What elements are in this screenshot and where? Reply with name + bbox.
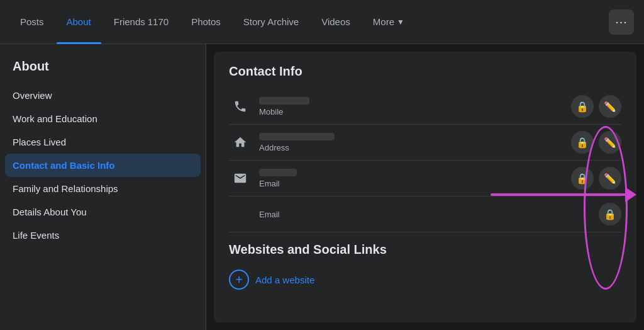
address-edit-button[interactable]: ✏️: [599, 131, 621, 154]
sidebar-item-work-label: Work and Education: [13, 113, 97, 124]
lock-icon: 🔒: [604, 208, 616, 220]
nav-friends[interactable]: Friends 1170: [104, 8, 179, 36]
sidebar-item-contact-basic-info[interactable]: Contact and Basic Info: [5, 154, 201, 177]
websites-section-title: Websites and Social Links: [229, 242, 621, 257]
nav-more[interactable]: More ▼: [363, 8, 414, 36]
mobile-actions: 🔒 ✏️: [571, 95, 621, 118]
mobile-edit-button[interactable]: ✏️: [599, 95, 621, 118]
nav-posts-label: Posts: [20, 16, 44, 27]
address-actions: 🔒 ✏️: [571, 131, 621, 154]
sidebar-item-work-education[interactable]: Work and Education: [5, 107, 201, 130]
sidebar-item-overview[interactable]: Overview: [5, 84, 201, 107]
sidebar-item-details[interactable]: Details About You: [5, 200, 201, 224]
add-circle-icon: +: [229, 270, 249, 290]
email1-value: [259, 169, 297, 176]
nav-more-arrow-icon: ▼: [397, 18, 404, 26]
right-panel: Contact Info Mobile 🔒 ✏️: [214, 52, 636, 322]
top-navigation: Posts About Friends 1170 Photos Story Ar…: [0, 0, 644, 44]
nav-videos-label: Videos: [321, 16, 350, 27]
friends-badge: 1170: [148, 16, 169, 27]
email2-actions: 🔒: [599, 203, 621, 225]
email1-edit-button[interactable]: ✏️: [599, 167, 621, 190]
email1-label: Email: [259, 179, 571, 188]
email2-lock-button[interactable]: 🔒: [599, 203, 621, 225]
nav-story-archive[interactable]: Story Archive: [233, 8, 309, 36]
nav-photos[interactable]: Photos: [181, 8, 231, 36]
edit-icon: ✏️: [604, 173, 616, 185]
email1-actions: 🔒 ✏️: [571, 167, 621, 190]
contact-row-mobile: Mobile 🔒 ✏️: [229, 89, 621, 125]
add-website-button[interactable]: + Add a website: [229, 265, 621, 295]
address-lock-button[interactable]: 🔒: [571, 131, 594, 154]
main-content: About Overview Work and Education Places…: [0, 44, 644, 330]
nav-videos[interactable]: Videos: [311, 8, 360, 36]
sidebar-title: About: [5, 54, 201, 79]
lock-icon: 🔒: [576, 137, 589, 149]
address-label: Address: [259, 143, 571, 152]
contact-section-title: Contact Info: [229, 64, 621, 79]
sidebar-item-contact-label: Contact and Basic Info: [13, 160, 115, 171]
email2-placeholder-icon: [229, 203, 252, 225]
sidebar-item-life-events-label: Life Events: [13, 230, 59, 241]
sidebar-item-family[interactable]: Family and Relationships: [5, 177, 201, 200]
mobile-label: Mobile: [259, 107, 571, 117]
edit-icon: ✏️: [604, 137, 616, 149]
sidebar-item-places-label: Places Lived: [13, 137, 66, 147]
sidebar-item-overview-label: Overview: [13, 90, 52, 101]
sidebar-item-family-label: Family and Relationships: [13, 183, 118, 194]
contact-row-email2: Email 🔒: [229, 196, 621, 232]
lock-icon: 🔒: [576, 173, 589, 185]
nav-friends-label: Friends: [114, 16, 145, 27]
nav-dots-button[interactable]: ···: [609, 9, 634, 35]
nav-about-label: About: [67, 16, 91, 27]
mobile-value: [259, 97, 309, 105]
address-value: [259, 133, 335, 140]
mobile-info: Mobile: [259, 97, 571, 117]
email2-info: Email: [259, 210, 599, 219]
sidebar-item-life-events[interactable]: Life Events: [5, 224, 201, 247]
email1-lock-button[interactable]: 🔒: [571, 167, 594, 190]
email1-info: Email: [259, 169, 571, 188]
nav-photos-label: Photos: [191, 16, 221, 27]
nav-about[interactable]: About: [57, 8, 101, 36]
dots-icon: ···: [615, 14, 628, 29]
sidebar: About Overview Work and Education Places…: [0, 44, 206, 330]
mobile-lock-button[interactable]: 🔒: [571, 95, 594, 118]
email2-label: Email: [259, 210, 599, 219]
sidebar-item-places-lived[interactable]: Places Lived: [5, 130, 201, 154]
phone-icon: [229, 95, 252, 118]
nav-story-archive-label: Story Archive: [243, 16, 299, 27]
nav-posts[interactable]: Posts: [10, 8, 54, 36]
email-icon: [229, 167, 252, 190]
contact-row-address: Address 🔒 ✏️: [229, 125, 621, 161]
home-icon: [229, 131, 252, 154]
address-info: Address: [259, 133, 571, 152]
contact-row-email1: Email 🔒 ✏️: [229, 161, 621, 196]
add-website-label: Add a website: [255, 275, 314, 285]
sidebar-item-details-label: Details About You: [13, 207, 87, 217]
nav-more-label: More: [373, 16, 394, 27]
lock-icon: 🔒: [576, 101, 589, 113]
edit-icon: ✏️: [604, 101, 616, 113]
